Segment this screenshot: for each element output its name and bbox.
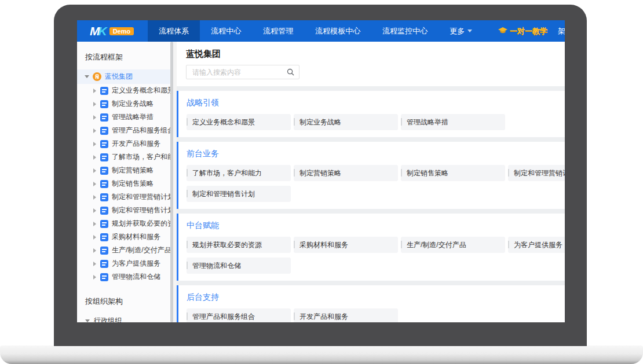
tree-item[interactable]: 制定销售策略 (77, 177, 177, 190)
process-card[interactable]: 制定和管理营销计划 (508, 165, 565, 181)
cards-grid: 定义业务概念和愿景制定业务战略管理战略举措 (187, 114, 565, 130)
tree-item[interactable]: 开发产品和服务 (77, 137, 177, 150)
tree-item[interactable]: 制定营销策略 (77, 164, 177, 177)
architecture-nav-label[interactable]: 架构 (558, 26, 565, 36)
sidebar: 按流程框架 蓝悦集团 定义业务概念和愿景制定业务战略管理战略举措管理产品和服务组… (77, 42, 177, 322)
tree-item[interactable]: 制定和管理营销计划 (77, 190, 177, 204)
tree-item[interactable]: 制定业务战略 (77, 97, 177, 111)
process-folder-icon (100, 127, 108, 135)
nav-item[interactable]: 流程管理 (252, 20, 304, 42)
company-icon (93, 72, 101, 81)
process-card[interactable]: 开发产品和服务 (294, 308, 398, 322)
nav-item[interactable]: 流程监控中心 (371, 20, 439, 42)
screen-content: M K Demo 流程体系流程中心流程管理流程模板中心流程监控中心更多 一对一教… (77, 20, 565, 322)
process-card[interactable]: 制定营销策略 (294, 165, 398, 181)
nav-item[interactable]: 流程模板中心 (304, 20, 371, 42)
process-section: 后台支持管理产品和服务组合开发产品和服务 (177, 285, 565, 322)
tree-root-company[interactable]: 蓝悦集团 (77, 69, 177, 84)
nav-item[interactable]: 流程中心 (200, 20, 252, 42)
chevron-right-icon (93, 155, 96, 160)
chevron-right-icon (93, 235, 96, 240)
process-card-label: 采购材料和服务 (299, 240, 348, 250)
process-folder-icon (100, 207, 108, 215)
tree-item[interactable]: 管理战略举措 (77, 111, 177, 124)
process-folder-icon (100, 87, 108, 95)
tree-item[interactable]: 了解市场，客户和能力 (77, 150, 177, 164)
process-card[interactable]: 定义业务概念和愿景 (187, 114, 291, 130)
process-card[interactable]: 为客户提供服务 (508, 237, 565, 253)
nav-item[interactable]: 更多 (439, 20, 483, 42)
process-folder-icon (100, 273, 108, 281)
teaching-badge-label: 一对一教学 (510, 26, 547, 36)
laptop-base (0, 345, 643, 364)
tree-item-label: 为客户提供服务 (112, 259, 160, 269)
app-logo[interactable]: M K Demo (90, 24, 134, 38)
section-title: 前台业务 (187, 149, 565, 159)
one-on-one-teaching-badge[interactable]: 一对一教学 (498, 26, 547, 36)
tree-item[interactable]: 管理产品和服务组合 (77, 124, 177, 137)
process-card[interactable]: 管理产品和服务组合 (187, 308, 291, 322)
tree-item-label: 管理物流和仓储 (112, 272, 160, 282)
process-card[interactable]: 制定和管理销售计划 (187, 186, 291, 202)
process-card[interactable]: 管理物流和仓储 (187, 258, 291, 274)
process-card-label: 管理物流和仓储 (192, 261, 241, 271)
process-card[interactable]: 制定业务战略 (294, 114, 398, 130)
process-card[interactable]: 规划并获取必要的资源 (187, 237, 291, 253)
chevron-right-icon (93, 248, 96, 253)
nav-item[interactable]: 流程体系 (148, 20, 200, 42)
process-card-label: 规划并获取必要的资源 (192, 240, 262, 250)
tree-root-label: 蓝悦集团 (105, 72, 133, 82)
sidebar-scrollbar-thumb[interactable] (170, 42, 173, 322)
chevron-right-icon (93, 208, 96, 213)
chevron-right-icon (93, 102, 96, 106)
process-folder-icon (100, 153, 108, 161)
tree-item-label: 规划并获取必要的资源 (112, 219, 177, 229)
tree-item[interactable]: 生产/制造/交付产品 (77, 244, 177, 257)
process-card-label: 定义业务概念和愿景 (192, 117, 255, 127)
process-folder-icon (100, 220, 108, 228)
demo-badge: Demo (109, 27, 134, 35)
process-card[interactable]: 管理战略举措 (401, 114, 505, 130)
process-card[interactable]: 制定销售策略 (401, 165, 505, 181)
sections-container: 战略引领定义业务概念和愿景制定业务战略管理战略举措前台业务了解市场，客户和能力制… (177, 91, 565, 322)
process-card-label: 了解市场，客户和能力 (192, 168, 262, 178)
tree-item[interactable]: 规划并获取必要的资源 (77, 217, 177, 230)
cards-grid: 了解市场，客户和能力制定营销策略制定销售策略制定和管理营销计划制定和管理销售计划 (187, 165, 565, 202)
nav-item-label: 流程中心 (211, 20, 241, 42)
tree-item-label: 制定销售策略 (112, 179, 154, 189)
tree-item[interactable]: 管理物流和仓储 (77, 270, 177, 284)
process-card[interactable]: 了解市场，客户和能力 (187, 165, 291, 181)
chevron-right-icon (93, 195, 96, 200)
tree-item[interactable]: 采购材料和服务 (77, 230, 177, 244)
process-folder-icon (100, 233, 108, 241)
chevron-down-icon (85, 75, 89, 78)
tree-item[interactable]: 定义业务概念和愿景 (77, 84, 177, 97)
chevron-right-icon (93, 115, 96, 120)
nav-item-label: 流程管理 (263, 20, 293, 42)
search-input[interactable] (192, 68, 287, 76)
process-folder-icon (100, 167, 108, 175)
process-card[interactable]: 生产/制造/交付产品 (401, 237, 505, 253)
page-title: 蓝悦集团 (186, 49, 556, 60)
chevron-right-icon (93, 128, 96, 133)
process-card-label: 生产/制造/交付产品 (407, 240, 466, 250)
process-card[interactable]: 采购材料和服务 (294, 237, 398, 253)
tree-item[interactable]: 制定和管理销售计划 (77, 204, 177, 217)
search-icon[interactable] (287, 68, 294, 76)
process-folder-icon (100, 193, 108, 201)
tree-item-label: 生产/制造/交付产品 (112, 245, 171, 255)
process-card-label: 制定和管理营销计划 (514, 168, 565, 178)
tree-item-label: 制定和管理营销计划 (112, 192, 174, 202)
nav-menu: 流程体系流程中心流程管理流程模板中心流程监控中心更多 (148, 20, 483, 42)
tree-item[interactable]: 为客户提供服务 (77, 257, 177, 270)
top-navbar: M K Demo 流程体系流程中心流程管理流程模板中心流程监控中心更多 一对一教… (77, 20, 565, 42)
tree-item-admin-org[interactable]: 行政组织 (77, 314, 177, 322)
process-section: 前台业务了解市场，客户和能力制定营销策略制定销售策略制定和管理营销计划制定和管理… (177, 142, 565, 209)
tree-item-label: 制定业务战略 (112, 99, 154, 109)
section-title: 后台支持 (187, 292, 565, 303)
sidebar-group-org-structure: 按组织架构 (77, 293, 177, 314)
process-card-label: 管理产品和服务组合 (192, 312, 255, 322)
logo-letter-k: K (98, 24, 107, 38)
section-title: 中台赋能 (187, 220, 565, 231)
main-panel: 蓝悦集团 战略引领定义业务概念和愿景制定业务战略管理战略举措前台业务了解市场，客… (177, 42, 565, 322)
